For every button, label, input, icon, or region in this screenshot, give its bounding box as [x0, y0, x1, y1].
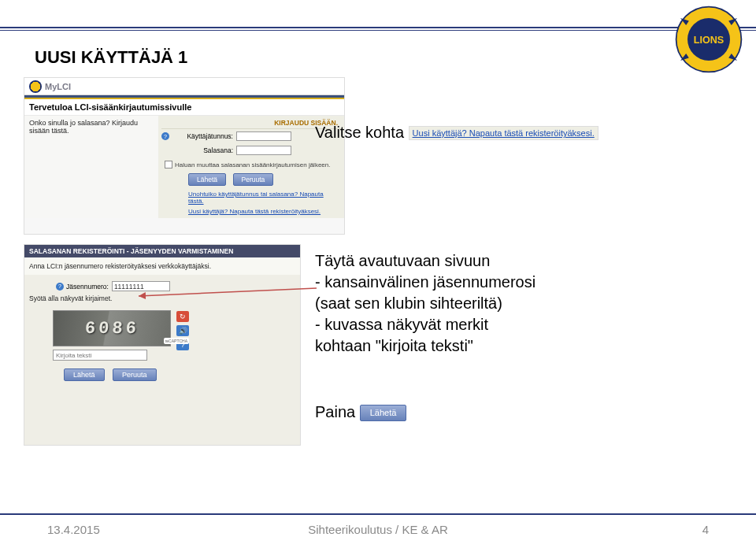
change-password-label: Haluan muuttaa salasanan sisäänkirjautum… — [175, 161, 330, 168]
membernum-label: Jäsennumero: — [66, 283, 109, 291]
rule-bottom — [0, 513, 756, 515]
instruction-step-2: Täytä avautuvaan sivuun - kansainvälinen… — [315, 250, 536, 357]
instr2-line3: (saat sen klubin sihteeriltä) — [315, 293, 536, 314]
submit-button[interactable]: Lähetä — [188, 173, 226, 186]
captcha-audio-icon[interactable]: 🔊 — [176, 325, 189, 336]
screenshot-login: MyLCI Tervetuloa LCI-sisäänkirjautumissi… — [24, 77, 345, 235]
username-label: Käyttäjätunnus: — [172, 132, 236, 140]
rule-top-thick — [0, 27, 756, 28]
mylci-header: MyLCI — [24, 78, 344, 95]
rule-top-thin — [0, 30, 756, 31]
footer-page-number: 4 — [702, 523, 709, 536]
username-input[interactable] — [236, 131, 291, 141]
footer-center: Sihteerikoulutus / KE & AR — [0, 523, 756, 536]
instruction-step-1: Valitse kohta Uusi käyttäjä? Napauta täs… — [315, 122, 598, 143]
cancel-button[interactable]: Peruuta — [233, 173, 274, 186]
submit-button-sample: Lähetä — [360, 405, 407, 421]
mylci-logo-icon — [29, 80, 42, 93]
recaptcha-badge: reCAPTCHA — [164, 338, 189, 344]
captcha-text: 6086 — [84, 319, 140, 339]
newuser-link[interactable]: Uusi käyttäjä? Napauta tästä rekisteröit… — [161, 206, 341, 217]
login-left-text: Onko sinulla jo salasana? Kirjaudu sisää… — [24, 116, 158, 218]
captcha-text-input[interactable]: Kirjoita teksti — [53, 350, 147, 361]
instr2-line5: kohtaan "kirjoita teksti" — [315, 335, 536, 357]
lions-logo: LIONS — [673, 4, 744, 75]
instruction-step-3: Paina Lähetä — [315, 402, 406, 423]
register-submit-button[interactable]: Lähetä — [64, 368, 105, 381]
captcha-type-label: Syötä alla näkyvät kirjaimet. — [29, 294, 295, 302]
instr3-text: Paina — [315, 403, 355, 420]
help-icon[interactable]: ? — [161, 132, 169, 140]
instr2-line4: - kuvassa näkyvät merkit — [315, 314, 536, 335]
captcha-image: 6086 ↻ 🔊 ? reCAPTCHA — [53, 310, 171, 346]
captcha-refresh-icon[interactable]: ↻ — [176, 311, 189, 322]
instr2-line2: - kansainvälinen jäsennumerosi — [315, 272, 536, 293]
mylci-brand: MyLCI — [45, 82, 71, 91]
instr2-line1: Täytä avautuvaan sivuun — [315, 250, 536, 272]
password-label: Salasana: — [172, 146, 236, 154]
screenshot-register: SALASANAN REKISTERÖINTI - JÄSENYYDEN VAR… — [24, 244, 301, 446]
login-panel-title: KIRJAUDU SISÄÄN. — [161, 117, 341, 129]
svg-text:LIONS: LIONS — [694, 35, 724, 46]
instr1-text: Valitse kohta — [315, 124, 404, 141]
help-icon[interactable]: ? — [56, 283, 64, 291]
welcome-heading: Tervetuloa LCI-sisäänkirjautumissivulle — [24, 99, 344, 116]
newuser-link-sample: Uusi käyttäjä? Napauta tästä rekisteröit… — [409, 126, 598, 140]
captcha-widget: 6086 ↻ 🔊 ? reCAPTCHA — [53, 310, 187, 346]
register-cancel-button[interactable]: Peruuta — [113, 368, 157, 381]
membernum-input[interactable]: 11111111 — [112, 281, 170, 291]
forgot-link[interactable]: Unohtuiko käyttäjätunnus tai salasana? N… — [161, 189, 341, 206]
change-password-checkbox[interactable] — [165, 161, 172, 168]
register-instruction: Anna LCI:n jäsennumero rekisteröityäkses… — [24, 257, 300, 275]
register-bar-title: SALASANAN REKISTERÖINTI - JÄSENYYDEN VAR… — [24, 245, 300, 257]
slide-title: UUSI KÄYTTÄJÄ 1 — [35, 47, 187, 68]
password-input[interactable] — [236, 146, 291, 155]
